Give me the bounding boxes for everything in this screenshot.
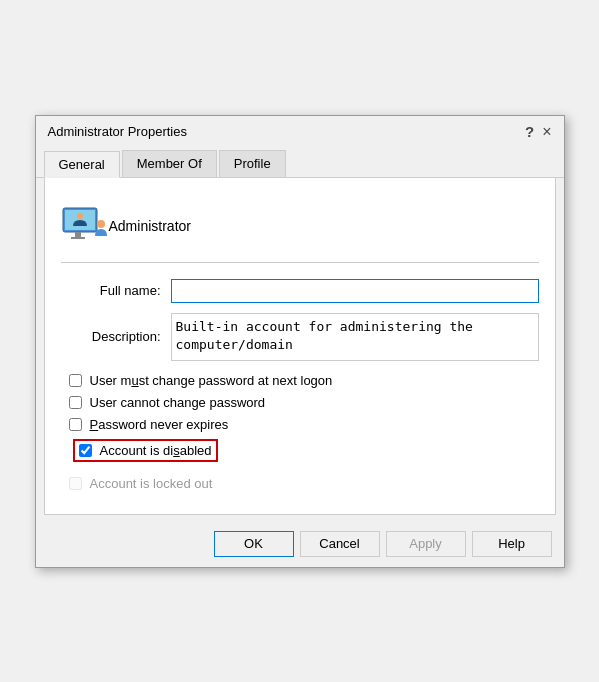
- checkbox-row-4-wrapper: Account is disabled: [61, 439, 539, 469]
- tab-general[interactable]: General: [44, 151, 120, 178]
- dialog-window: Administrator Properties ? × General Mem…: [35, 115, 565, 568]
- svg-point-4: [77, 213, 83, 219]
- checkbox-password-never-expires[interactable]: [69, 418, 82, 431]
- full-name-row: Full name:: [61, 279, 539, 303]
- title-bar-controls: ? ×: [525, 124, 552, 140]
- checkbox-row-1: User must change password at next logon: [61, 373, 539, 388]
- checkbox-account-disabled[interactable]: [79, 444, 92, 457]
- help-button[interactable]: Help: [472, 531, 552, 557]
- checkbox-label-3: Password never expires: [90, 417, 229, 432]
- tabs-container: General Member Of Profile: [36, 150, 564, 178]
- checkbox-label-1: User must change password at next logon: [90, 373, 333, 388]
- svg-rect-3: [71, 237, 85, 239]
- checkbox-row-5: Account is locked out: [61, 476, 539, 491]
- user-avatar-icon: [61, 202, 109, 250]
- checkbox-label-2: User cannot change password: [90, 395, 266, 410]
- cancel-button[interactable]: Cancel: [300, 531, 380, 557]
- description-row: Description: Built-in account for admini…: [61, 313, 539, 361]
- tab-profile[interactable]: Profile: [219, 150, 286, 177]
- tab-content: Administrator Full name: Description: Bu…: [44, 178, 556, 515]
- checkbox-cannot-change-password[interactable]: [69, 396, 82, 409]
- full-name-label: Full name:: [61, 283, 161, 298]
- description-input[interactable]: Built-in account for administering the c…: [171, 313, 539, 361]
- checkbox-row-2: User cannot change password: [61, 395, 539, 410]
- apply-button[interactable]: Apply: [386, 531, 466, 557]
- help-icon[interactable]: ?: [525, 124, 534, 139]
- checkbox-label-4: Account is disabled: [100, 443, 212, 458]
- username-label: Administrator: [109, 218, 191, 234]
- close-icon[interactable]: ×: [542, 124, 551, 140]
- svg-point-5: [97, 220, 105, 228]
- dialog-title: Administrator Properties: [48, 124, 187, 139]
- title-bar: Administrator Properties ? ×: [36, 116, 564, 146]
- ok-button[interactable]: OK: [214, 531, 294, 557]
- full-name-input[interactable]: [171, 279, 539, 303]
- checkbox-account-locked-out: [69, 477, 82, 490]
- checkbox-row-3: Password never expires: [61, 417, 539, 432]
- checkbox-group: User must change password at next logon …: [61, 373, 539, 491]
- button-bar: OK Cancel Apply Help: [36, 523, 564, 567]
- account-disabled-highlight: Account is disabled: [73, 439, 218, 462]
- checkbox-must-change-password[interactable]: [69, 374, 82, 387]
- checkbox-label-5: Account is locked out: [90, 476, 213, 491]
- user-header: Administrator: [61, 194, 539, 263]
- svg-rect-2: [75, 232, 81, 237]
- description-label: Description:: [61, 329, 161, 344]
- tab-member-of[interactable]: Member Of: [122, 150, 217, 177]
